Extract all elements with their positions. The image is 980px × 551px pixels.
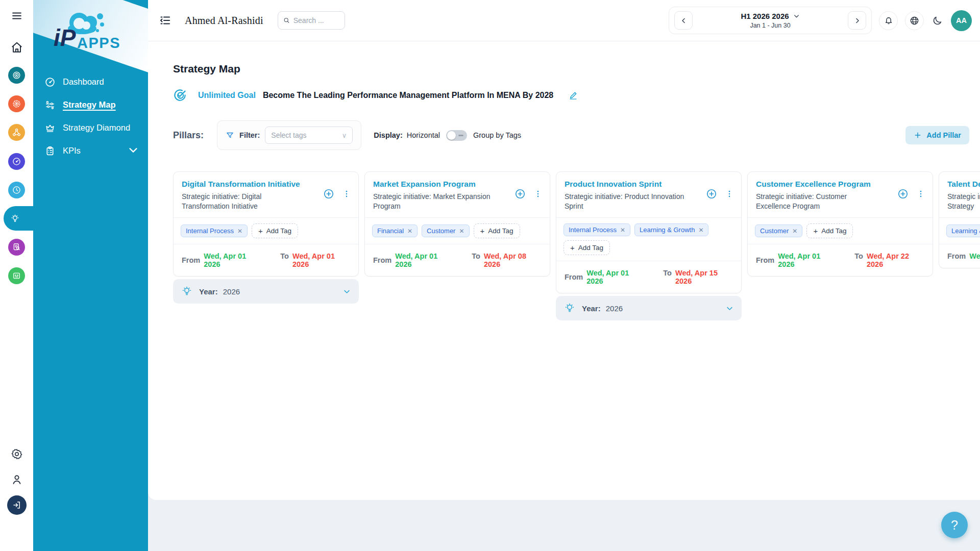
sidebar-item-dashboard[interactable]: Dashboard (33, 70, 148, 93)
page-title: Strategy Map (173, 63, 980, 75)
plus-icon: + (813, 227, 818, 235)
to-date: Wed, Apr 15 2026 (675, 269, 733, 285)
chevron-down-icon (128, 144, 139, 158)
tag-remove-icon[interactable]: ✕ (792, 228, 797, 234)
period-prev-button[interactable] (674, 11, 693, 30)
tag-remove-icon[interactable]: ✕ (237, 228, 242, 234)
goal-text: Become The Leading Performance Managemen… (263, 91, 553, 100)
add-objective-plus-icon[interactable] (323, 188, 334, 199)
rail-icon-radar[interactable] (8, 95, 25, 112)
rail-icon-target[interactable] (8, 67, 25, 84)
sidebar-menu: DashboardStrategy MapStrategy DiamondKPI… (33, 70, 148, 162)
search-box[interactable] (278, 11, 345, 30)
pillar-dates: FromWed, Apr 01 2026ToWed, Apr 08 2026 (365, 244, 550, 276)
pillar-title[interactable]: Customer Excellence Program (756, 179, 924, 189)
card-kebab-menu-icon[interactable] (533, 189, 543, 198)
help-fab[interactable]: ? (941, 512, 968, 538)
plus-icon: + (258, 227, 263, 235)
card-kebab-menu-icon[interactable] (725, 189, 734, 198)
to-label: To (472, 252, 480, 268)
rail-icon-board[interactable] (8, 267, 25, 284)
display-mode-value: Horizontal (407, 131, 440, 139)
top-header: Ahmed Al-Rashidi H1 2026 2026 Jan 1 - Ju… (148, 0, 980, 41)
from-date: Wed, Apr 01 2026 (204, 252, 262, 268)
user-avatar[interactable]: AA (951, 10, 972, 31)
sidebar-toggle-icon[interactable] (159, 14, 172, 27)
tag-pill: Internal Process✕ (181, 224, 248, 237)
to-label: To (280, 252, 289, 268)
add-pillar-button[interactable]: Add Pillar (905, 126, 969, 144)
add-tag-button[interactable]: +Add Tag (806, 223, 853, 238)
group-by-tags-toggle[interactable] (446, 130, 467, 141)
rail-icon-gauge[interactable] (8, 153, 25, 170)
group-by-tags-label: Group by Tags (473, 131, 521, 139)
from-label: From (182, 256, 200, 264)
pillar-title[interactable]: Product Innovation Sprint (565, 179, 733, 189)
filter-funnel-icon (226, 131, 234, 140)
add-tag-button[interactable]: +Add Tag (474, 223, 520, 238)
tag-remove-icon[interactable]: ✕ (620, 227, 625, 233)
pillar: Market Expansion ProgramStrategic initia… (364, 171, 550, 277)
add-tag-button[interactable]: +Add Tag (564, 240, 610, 255)
rail-icon-network[interactable] (8, 124, 25, 141)
period-display[interactable]: H1 2026 2026 Jan 1 - Jun 30 (741, 12, 799, 29)
pillar-title[interactable]: Market Expansion Program (373, 179, 542, 189)
add-objective-plus-icon[interactable] (897, 188, 909, 199)
filter-card: Filter: Select tags ∨ (217, 120, 361, 150)
language-globe-icon[interactable] (905, 11, 924, 30)
tag-pill: Customer✕ (755, 224, 802, 237)
year-accordion[interactable]: Year:2026 (173, 279, 359, 304)
year-value: 2026 (606, 304, 623, 313)
year-label: Year: (199, 287, 218, 296)
dark-mode-moon-icon[interactable] (932, 15, 943, 26)
edit-goal-pencil-icon[interactable] (569, 91, 578, 100)
pillar-subtitle: Strategic in Strategy (947, 192, 980, 211)
select-chevron-icon: ∨ (342, 132, 347, 139)
from-date: Wed, Apr 01 2026 (586, 269, 645, 285)
app-logo: iP APPS (33, 0, 148, 76)
period-next-button[interactable] (848, 11, 866, 30)
card-kebab-menu-icon[interactable] (916, 189, 925, 198)
app-screen: iP APPS DashboardStrategy MapStrategy Di… (0, 0, 980, 551)
logo-prefix: iP (54, 24, 76, 51)
add-objective-plus-icon[interactable] (706, 188, 717, 199)
tag-label: Learning & Growth (640, 226, 695, 234)
home-icon[interactable] (0, 40, 33, 55)
tag-remove-icon[interactable]: ✕ (407, 228, 412, 234)
card-kebab-menu-icon[interactable] (342, 189, 351, 198)
notifications-bell-icon[interactable] (879, 11, 898, 30)
rail-icon-report[interactable] (8, 239, 25, 256)
settings-gear-icon[interactable] (0, 447, 33, 461)
search-input[interactable] (293, 16, 339, 24)
sidebar-item-kpis[interactable]: KPIs (33, 139, 148, 162)
crown-icon (44, 122, 56, 134)
goal-row: Unlimited Goal Become The Leading Perfor… (173, 88, 980, 102)
pillar-title[interactable]: Digital Transformation Initiative (182, 179, 350, 189)
pillar-title[interactable]: Talent Deve (947, 179, 980, 189)
pillar-card: Market Expansion ProgramStrategic initia… (364, 171, 550, 277)
year-accordion[interactable]: Year:2026 (556, 296, 742, 320)
chevron-down-icon (793, 13, 800, 19)
tag-pill: Customer✕ (422, 224, 469, 237)
add-objective-plus-icon[interactable] (514, 188, 526, 199)
strategymap-icon (44, 99, 56, 111)
rail-icon-clock[interactable] (8, 182, 25, 198)
pillar-card: Digital Transformation InitiativeStrateg… (173, 171, 359, 277)
tag-filter-select[interactable]: Select tags ∨ (265, 127, 353, 144)
dashboard-icon (44, 77, 56, 88)
chevron-down-icon (726, 305, 733, 312)
pillar: Digital Transformation InitiativeStrateg… (173, 171, 359, 304)
display-group: Display: Horizontal Group by Tags (374, 130, 521, 141)
profile-person-icon[interactable] (0, 472, 33, 487)
hamburger-menu-icon[interactable] (0, 9, 33, 22)
tag-remove-icon[interactable]: ✕ (459, 228, 464, 234)
rail-icon-idea[interactable] (4, 206, 33, 231)
sidebar-item-strategy-map[interactable]: Strategy Map (33, 93, 148, 116)
add-tag-button[interactable]: +Add Tag (252, 223, 298, 238)
sidebar-item-strategy-diamond[interactable]: Strategy Diamond (33, 116, 148, 139)
tag-remove-icon[interactable]: ✕ (698, 227, 703, 233)
pillar-card: Talent DeveStrategic in StrategyLearning… (939, 171, 980, 268)
search-icon (283, 16, 290, 24)
logout-icon[interactable] (0, 495, 33, 515)
display-label: Display: (374, 131, 402, 139)
